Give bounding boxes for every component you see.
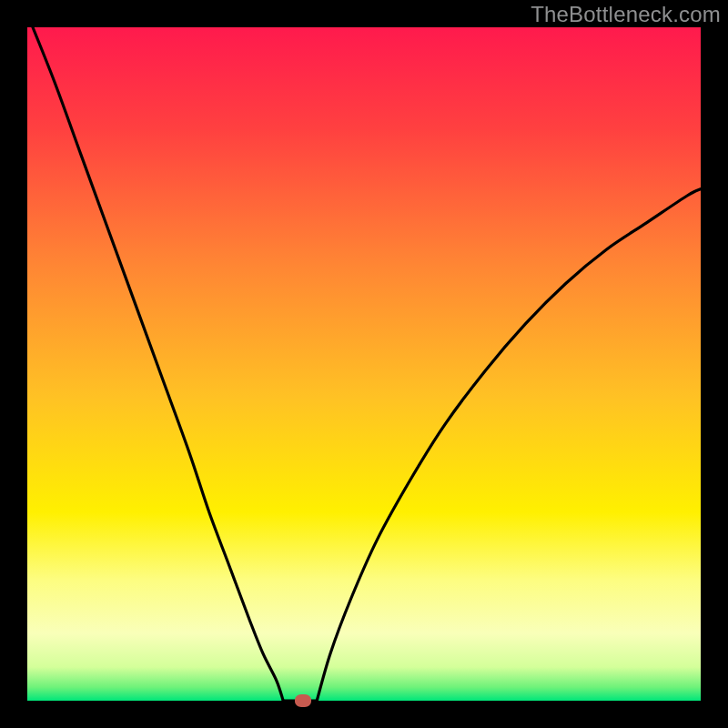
chart-curves-svg [27, 27, 701, 701]
series-right-curve [317, 189, 701, 701]
chart-plot-area [27, 27, 701, 701]
outer-frame: TheBottleneck.com [0, 0, 728, 728]
series-left-curve [27, 14, 283, 701]
watermark-text: TheBottleneck.com [531, 2, 721, 27]
minimum-marker [295, 694, 311, 707]
